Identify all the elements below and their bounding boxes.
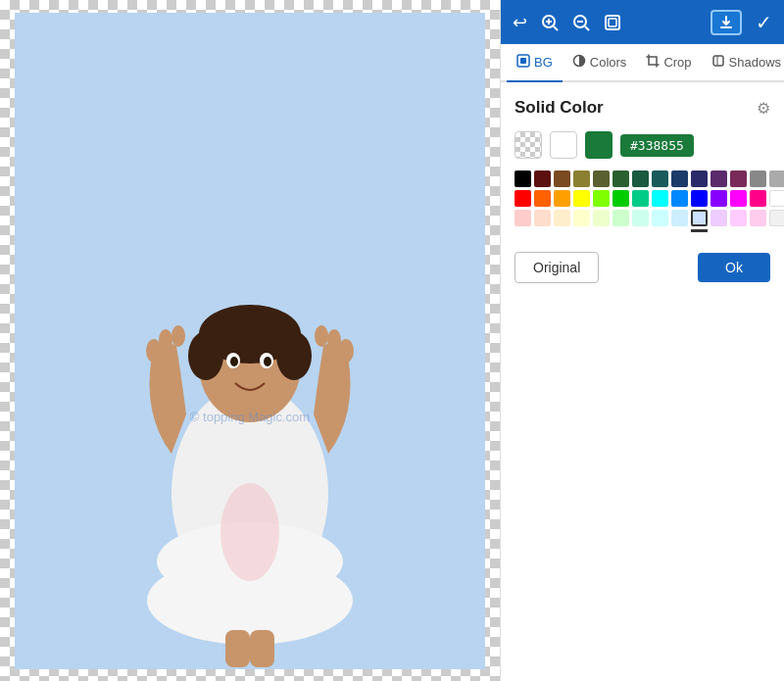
color-cell[interactable]: [573, 170, 590, 187]
svg-rect-28: [606, 16, 619, 29]
color-cell[interactable]: [554, 210, 570, 226]
canvas-area: © topping Magic.com: [0, 0, 500, 681]
color-cell[interactable]: [612, 210, 629, 226]
color-cell[interactable]: [769, 190, 784, 207]
color-cell[interactable]: [573, 190, 590, 207]
color-cell[interactable]: [632, 210, 649, 226]
svg-rect-19: [225, 630, 250, 667]
tab-bg[interactable]: BG: [507, 44, 563, 82]
zoom-out-icon[interactable]: [572, 14, 590, 31]
color-cell[interactable]: [750, 210, 766, 226]
svg-rect-30: [720, 26, 732, 28]
selected-underline: [691, 229, 708, 232]
color-cell[interactable]: [514, 170, 531, 187]
white-swatch[interactable]: [550, 131, 577, 159]
tab-colors[interactable]: Colors: [563, 44, 637, 82]
svg-line-26: [585, 26, 589, 30]
svg-rect-32: [520, 58, 526, 64]
svg-point-14: [159, 329, 172, 351]
color-cell[interactable]: [593, 190, 610, 207]
color-cell[interactable]: [534, 190, 551, 207]
tabs: BG Colors Crop Shadows: [501, 44, 784, 82]
color-cell[interactable]: [612, 190, 629, 207]
tab-bg-label: BG: [534, 55, 553, 70]
original-button[interactable]: Original: [514, 252, 599, 283]
color-cell[interactable]: [710, 210, 727, 226]
color-cell[interactable]: [691, 190, 708, 207]
color-cell[interactable]: [769, 170, 784, 187]
color-cell[interactable]: [632, 190, 649, 207]
color-cell[interactable]: [514, 190, 531, 207]
color-cell-selected[interactable]: [691, 210, 708, 226]
color-cell[interactable]: [593, 210, 610, 226]
color-cell[interactable]: [730, 210, 747, 226]
ok-button[interactable]: Ok: [698, 253, 770, 282]
tab-shadows[interactable]: Shadows: [702, 44, 784, 82]
color-cell[interactable]: [671, 210, 688, 226]
svg-point-8: [276, 331, 312, 380]
color-cell[interactable]: [691, 170, 708, 187]
crop-tab-icon: [646, 54, 660, 71]
colors-tab-icon: [572, 54, 586, 71]
svg-point-18: [315, 325, 328, 347]
palette-row-2: [514, 190, 770, 207]
settings-icon[interactable]: ⚙: [757, 99, 770, 118]
tab-shadows-label: Shadows: [729, 55, 781, 70]
color-cell[interactable]: [573, 210, 590, 226]
color-cell[interactable]: [593, 170, 610, 187]
color-cell[interactable]: [554, 190, 570, 207]
color-cell[interactable]: [554, 170, 570, 187]
color-palette: [514, 170, 770, 232]
child-image: [93, 81, 407, 669]
color-cell[interactable]: [652, 170, 668, 187]
hex-value-display[interactable]: #338855: [620, 134, 694, 157]
color-cell[interactable]: [671, 190, 688, 207]
tab-crop[interactable]: Crop: [636, 44, 701, 82]
spacer: [593, 229, 610, 232]
color-cell[interactable]: [750, 170, 766, 187]
color-cell[interactable]: [671, 170, 688, 187]
color-cell[interactable]: [534, 170, 551, 187]
svg-point-12: [264, 357, 271, 366]
section-header: Solid Color ⚙: [514, 98, 770, 118]
fit-icon[interactable]: [604, 14, 621, 31]
palette-row-3: [514, 210, 770, 226]
tab-crop-label: Crop: [663, 55, 691, 70]
color-cell[interactable]: [750, 190, 766, 207]
color-cell[interactable]: [632, 170, 649, 187]
tab-colors-label: Colors: [590, 55, 627, 70]
green-swatch[interactable]: [585, 131, 612, 159]
section-title: Solid Color: [514, 98, 604, 118]
download-button[interactable]: [710, 10, 742, 35]
color-cell[interactable]: [730, 170, 747, 187]
svg-point-15: [172, 325, 185, 347]
spacer: [632, 229, 649, 232]
spacer: [671, 229, 688, 232]
action-row: Original Ok: [514, 252, 770, 283]
shadows-tab-icon: [711, 54, 725, 71]
svg-point-17: [327, 329, 341, 351]
watermark: © topping Magic.com: [190, 410, 310, 424]
color-cell[interactable]: [710, 190, 727, 207]
color-cell[interactable]: [652, 190, 668, 207]
zoom-in-icon[interactable]: [541, 14, 559, 31]
spacer: [514, 229, 531, 232]
color-cell[interactable]: [730, 190, 747, 207]
toolbar: ↩ ✓: [501, 0, 784, 44]
color-row-top: #338855: [514, 131, 770, 159]
color-cell[interactable]: [612, 170, 629, 187]
spacer: [554, 229, 570, 232]
color-cell[interactable]: [652, 210, 668, 226]
color-cell[interactable]: [710, 170, 727, 187]
color-cell[interactable]: [534, 210, 551, 226]
svg-point-7: [188, 331, 223, 380]
toolbar-right: ✓: [710, 10, 772, 35]
confirm-icon[interactable]: ✓: [756, 11, 772, 34]
spacer: [573, 229, 590, 232]
color-cell[interactable]: [514, 210, 531, 226]
spacer: [612, 229, 629, 232]
undo-icon[interactable]: ↩: [513, 12, 527, 33]
spacer: [534, 229, 551, 232]
color-cell[interactable]: [769, 210, 784, 226]
transparent-swatch[interactable]: [514, 131, 542, 159]
